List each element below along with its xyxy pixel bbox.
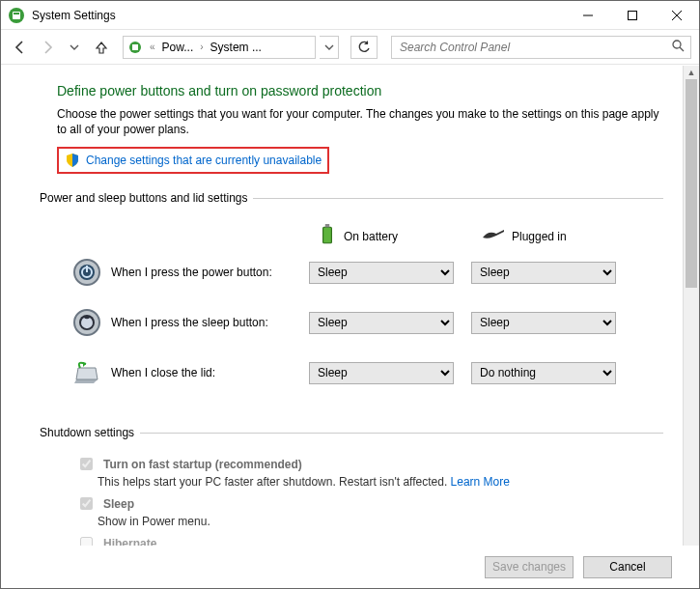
sleep-desc: Show in Power menu. bbox=[98, 515, 663, 528]
save-button[interactable]: Save changes bbox=[485, 556, 574, 578]
search-icon[interactable] bbox=[672, 40, 685, 55]
search-box[interactable] bbox=[391, 36, 691, 59]
learn-more-link[interactable]: Learn More bbox=[451, 475, 510, 489]
back-button[interactable] bbox=[9, 36, 32, 59]
svg-rect-11 bbox=[323, 228, 332, 244]
sleep-row: Sleep bbox=[76, 494, 663, 513]
window-title: System Settings bbox=[32, 9, 116, 22]
lid-icon bbox=[72, 358, 101, 387]
up-button[interactable] bbox=[90, 36, 113, 59]
shutdown-legend: Shutdown settings bbox=[40, 426, 140, 439]
breadcrumb-item-2[interactable]: System ... bbox=[210, 41, 262, 54]
breadcrumb-prefix: « bbox=[147, 42, 158, 52]
sleep-button-battery-select[interactable]: Sleep bbox=[309, 312, 454, 334]
sleep-button-label: When I press the sleep button: bbox=[111, 316, 309, 329]
address-dropdown[interactable] bbox=[320, 36, 339, 59]
uac-link-row[interactable]: Change settings that are currently unava… bbox=[57, 147, 329, 174]
lid-label: When I close the lid: bbox=[111, 366, 309, 379]
close-button[interactable] bbox=[655, 1, 699, 30]
power-button-battery-select[interactable]: Sleep bbox=[309, 262, 454, 284]
forward-button[interactable] bbox=[36, 36, 59, 59]
svg-rect-4 bbox=[629, 11, 637, 19]
chevron-right-icon: › bbox=[197, 42, 206, 52]
svg-point-9 bbox=[673, 41, 681, 48]
fast-startup-row: Turn on fast startup (recommended) bbox=[76, 455, 663, 473]
svg-rect-2 bbox=[14, 13, 19, 14]
power-button-label: When I press the power button: bbox=[111, 266, 309, 279]
svg-line-10 bbox=[680, 47, 684, 51]
fast-startup-label: Turn on fast startup (recommended) bbox=[103, 458, 302, 471]
shield-icon bbox=[65, 153, 80, 168]
address-bar[interactable]: « Pow... › System ... bbox=[123, 36, 316, 59]
scroll-up-arrow[interactable]: ▲ bbox=[684, 66, 699, 79]
fast-startup-desc: This helps start your PC faster after sh… bbox=[98, 475, 663, 489]
cancel-button[interactable]: Cancel bbox=[583, 556, 672, 578]
breadcrumb-item-1[interactable]: Pow... bbox=[162, 41, 194, 54]
lid-battery-select[interactable]: Sleep bbox=[309, 362, 454, 384]
content-area: Define power buttons and turn on passwor… bbox=[1, 66, 683, 588]
battery-icon bbox=[319, 224, 336, 248]
recent-dropdown[interactable] bbox=[63, 36, 86, 59]
col-plugged-label: Plugged in bbox=[512, 230, 567, 243]
scroll-thumb[interactable] bbox=[686, 79, 697, 288]
power-button-plugged-select[interactable]: Sleep bbox=[471, 262, 616, 284]
refresh-button[interactable] bbox=[350, 36, 378, 59]
vertical-scrollbar[interactable]: ▲ ▼ bbox=[683, 66, 699, 588]
power-and-sleep-section: Power and sleep buttons and lid settings… bbox=[57, 191, 663, 408]
page-heading: Define power buttons and turn on passwor… bbox=[57, 83, 663, 98]
app-icon bbox=[7, 6, 26, 25]
nav-row: « Pow... › System ... bbox=[1, 30, 699, 65]
fast-startup-checkbox[interactable] bbox=[80, 458, 93, 470]
plug-icon bbox=[481, 228, 504, 244]
power-button-icon bbox=[72, 258, 101, 287]
sleep-button-plugged-select[interactable]: Sleep bbox=[471, 312, 616, 334]
power-section-legend: Power and sleep buttons and lid settings bbox=[40, 191, 253, 205]
address-icon bbox=[127, 40, 143, 55]
minimize-button[interactable] bbox=[566, 1, 610, 30]
sleep-label: Sleep bbox=[103, 497, 134, 511]
sleep-checkbox[interactable] bbox=[80, 497, 93, 510]
lid-plugged-select[interactable]: Do nothing bbox=[471, 362, 616, 384]
uac-link[interactable]: Change settings that are currently unava… bbox=[86, 154, 322, 167]
maximize-button[interactable] bbox=[610, 1, 655, 30]
sleep-button-icon bbox=[72, 308, 101, 337]
titlebar: System Settings bbox=[1, 1, 699, 30]
bottom-bar: Save changes Cancel bbox=[1, 546, 699, 588]
search-input[interactable] bbox=[398, 40, 685, 55]
svg-rect-8 bbox=[132, 44, 138, 50]
page-subtitle: Choose the power settings that you want … bbox=[57, 106, 663, 137]
col-battery-label: On battery bbox=[344, 230, 398, 243]
svg-rect-12 bbox=[325, 224, 329, 227]
